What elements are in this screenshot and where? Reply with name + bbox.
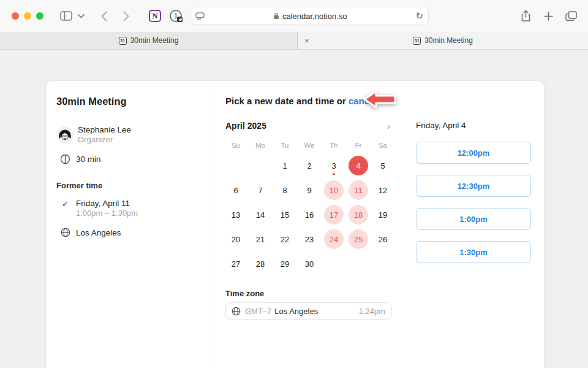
month-calendar: April 2025 › SuMoTuWeThFrSa 123456789101… — [224, 118, 396, 276]
day-number: 25 — [349, 229, 368, 249]
close-window-button[interactable] — [12, 12, 19, 20]
calendar-day-1: 1 — [273, 153, 297, 178]
refresh-icon[interactable]: ↻ — [415, 10, 423, 21]
former-time-heading: Former time — [56, 181, 202, 190]
tab-30min-meeting-1[interactable]: 31 30min Meeting — [0, 32, 298, 49]
calendar-day-grid: 1234567891011121314151617181920212223242… — [224, 153, 396, 276]
day-number: 18 — [349, 205, 368, 224]
timezone-city: Los Angeles — [274, 307, 318, 316]
location-value: Los Angeles — [76, 228, 121, 237]
day-number: 12 — [373, 180, 393, 200]
new-tab-button[interactable] — [540, 0, 556, 32]
event-summary-panel: 30min Meeting Stephanie Lee Organizer — [46, 81, 211, 368]
day-number: 14 — [251, 205, 270, 224]
day-number: 29 — [275, 254, 295, 274]
share-button[interactable] — [518, 0, 533, 32]
timeslot-button-12:30pm[interactable]: 12:30pm — [416, 175, 531, 197]
tab-overview-button[interactable] — [562, 0, 579, 32]
day-number: 6 — [226, 180, 246, 200]
timeslot-button-1:30pm[interactable]: 1:30pm — [416, 241, 531, 263]
calendar-day-9: 9 — [297, 178, 322, 202]
day-number: 3 — [324, 156, 344, 175]
day-number: 1 — [275, 156, 295, 175]
secure-lock-icon — [273, 12, 279, 20]
notion-extension-button[interactable]: N — [148, 0, 162, 32]
calendar-day-16: 16 — [297, 202, 322, 227]
pick-header: Pick a new date and time or cancel — [225, 95, 377, 107]
day-number: 20 — [226, 229, 246, 249]
tab-overview-icon — [565, 11, 577, 21]
timezone-selector[interactable]: GMT–7 Los Angeles 1:24pm — [225, 302, 392, 320]
former-date: Friday, April 11 — [76, 198, 138, 209]
calendar-day-29: 29 — [273, 251, 297, 276]
timezone-gmt: GMT–7 — [245, 307, 271, 316]
timeslot-list: 12:00pm12:30pm1:00pm1:30pm — [416, 142, 531, 263]
next-month-icon[interactable]: › — [387, 121, 390, 131]
address-text-wrap: calendar.notion.so — [205, 12, 415, 21]
calendar-day-19: 19 — [371, 202, 395, 227]
lock-badge-icon — [177, 17, 183, 22]
day-number: 24 — [324, 229, 344, 249]
day-number: 5 — [373, 156, 393, 175]
calendar-day-17[interactable]: 17 — [322, 202, 346, 227]
calendar-day-25[interactable]: 25 — [346, 227, 371, 251]
tab-group-dropdown-button[interactable] — [75, 0, 86, 32]
calendar-day-15: 15 — [273, 202, 297, 227]
traffic-lights — [12, 12, 43, 20]
safari-window: N 1 calendar.notion.so ↻ — [0, 0, 588, 368]
day-number: 2 — [300, 156, 319, 175]
day-number: 13 — [226, 205, 246, 224]
calendar-day-20: 20 — [224, 227, 248, 251]
timezone-current-time: 1:24pm — [359, 307, 385, 316]
calendar-favicon-icon: 31 — [413, 37, 421, 45]
calendar-day-22: 22 — [273, 227, 297, 251]
calendar-day-4[interactable]: 4 — [346, 153, 371, 178]
calendar-day-18[interactable]: 18 — [346, 202, 371, 227]
page-settings-icon[interactable] — [195, 12, 205, 20]
booking-card: 30min Meeting Stephanie Lee Organizer — [46, 81, 544, 368]
former-time-range: 1:00pm – 1:30pm — [76, 209, 138, 218]
calendar-day-10[interactable]: 10 — [322, 178, 346, 202]
zoom-window-button[interactable] — [36, 12, 43, 20]
calendar-day-11[interactable]: 11 — [346, 178, 371, 202]
timeslot-button-12:00pm[interactable]: 12:00pm — [416, 142, 531, 164]
weekday-label: Th — [322, 139, 346, 152]
event-title: 30min Meeting — [56, 95, 202, 107]
day-number: 10 — [324, 180, 344, 200]
calendar-day-13: 13 — [224, 202, 248, 227]
organizer-name: Stephanie Lee — [78, 125, 131, 135]
day-number: 28 — [251, 254, 270, 274]
month-label: April 2025 — [225, 121, 266, 131]
calendar-day-21: 21 — [248, 227, 273, 251]
tab-label: 30min Meeting — [424, 36, 473, 45]
sidebar-toggle-button[interactable] — [58, 0, 74, 32]
globe-icon — [61, 228, 70, 237]
calendar-day-8: 8 — [273, 178, 297, 202]
calendar-day-30: 30 — [297, 251, 322, 276]
day-number: 9 — [300, 180, 319, 200]
tab-30min-meeting-2[interactable]: × 31 30min Meeting — [298, 32, 588, 49]
back-button[interactable] — [97, 0, 111, 32]
weekday-label: Mo — [248, 139, 273, 152]
minimize-window-button[interactable] — [24, 12, 31, 20]
calendar-day-23: 23 — [297, 227, 322, 251]
calendar-day-24[interactable]: 24 — [322, 227, 346, 251]
close-tab-icon[interactable]: × — [302, 32, 312, 49]
calendar-favicon-icon: 31 — [119, 37, 127, 45]
forward-icon — [123, 11, 129, 21]
duration-icon — [60, 154, 70, 164]
calendar-day-5: 5 — [371, 153, 395, 178]
calendar-day-3: 3 — [322, 153, 346, 178]
day-number: 7 — [251, 180, 270, 200]
address-bar[interactable]: calendar.notion.so ↻ — [190, 7, 429, 25]
timeslot-button-1:00pm[interactable]: 1:00pm — [416, 208, 531, 230]
red-arrow-annotation-icon — [362, 88, 398, 110]
forward-button[interactable] — [119, 0, 134, 32]
day-number: 16 — [300, 205, 319, 224]
calendar-day-12: 12 — [371, 178, 395, 202]
day-number: 8 — [275, 180, 295, 200]
onepassword-extension-button[interactable]: 1 — [168, 0, 184, 32]
calendar-day-2: 2 — [297, 153, 322, 178]
organizer-row: Stephanie Lee Organizer — [56, 125, 202, 145]
selected-date-label: Friday, April 4 — [416, 121, 531, 131]
